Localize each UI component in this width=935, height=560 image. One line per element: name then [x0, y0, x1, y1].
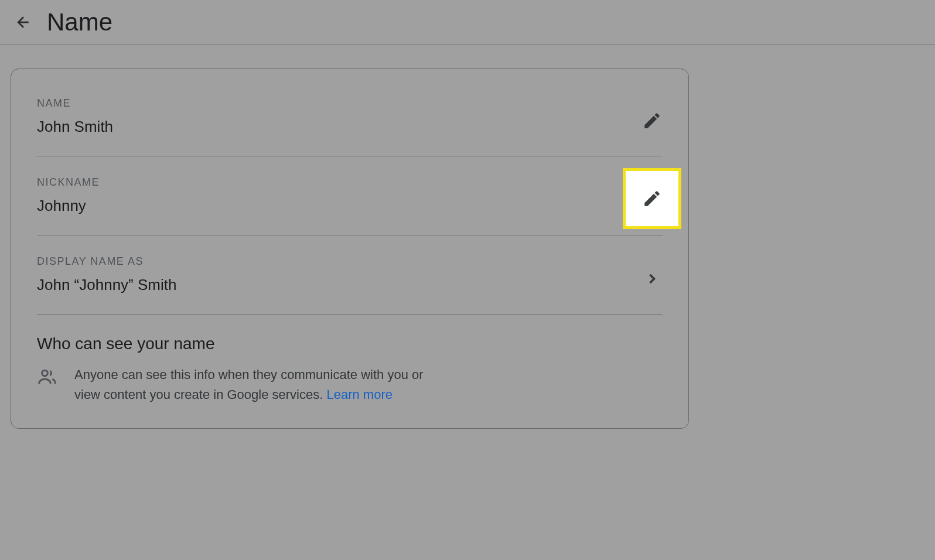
name-row: NAME John Smith	[37, 97, 663, 156]
name-label: NAME	[37, 97, 663, 110]
edit-nickname-button[interactable]	[623, 168, 681, 229]
visibility-heading: Who can see your name	[37, 334, 663, 353]
nickname-label: NICKNAME	[37, 176, 663, 189]
name-card: NAME John Smith NICKNAME Johnny DISPLAY …	[11, 69, 689, 429]
nickname-value: Johnny	[37, 197, 663, 215]
svg-point-0	[42, 370, 48, 376]
people-icon	[37, 366, 58, 390]
display-name-row[interactable]: DISPLAY NAME AS John “Johnny” Smith	[37, 255, 663, 315]
edit-name-button[interactable]	[638, 107, 666, 135]
back-button[interactable]	[12, 11, 35, 34]
pencil-icon	[642, 111, 662, 131]
visibility-text: Anyone can see this info when they commu…	[74, 365, 449, 405]
display-name-chevron[interactable]	[638, 265, 666, 293]
page-title: Name	[47, 8, 112, 36]
display-name-value: John “Johnny” Smith	[37, 276, 663, 294]
arrow-left-icon	[15, 13, 32, 31]
nickname-row: NICKNAME Johnny	[37, 176, 663, 235]
header: Name	[0, 0, 935, 45]
chevron-right-icon	[644, 271, 660, 287]
display-name-label: DISPLAY NAME AS	[37, 255, 663, 268]
name-value: John Smith	[37, 118, 663, 136]
visibility-section: Who can see your name Anyone can see thi…	[37, 334, 663, 405]
learn-more-link[interactable]: Learn more	[326, 387, 393, 402]
pencil-icon	[642, 189, 662, 209]
